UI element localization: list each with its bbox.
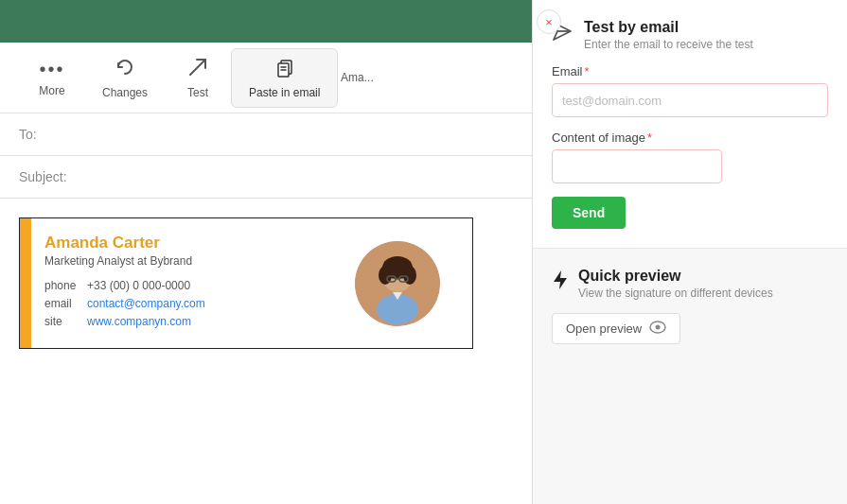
sig-phone: phone +33 (00) 0 000-0000	[44, 279, 326, 292]
lightning-icon	[552, 269, 569, 295]
test-section-subtitle: Enter the email to receive the test	[584, 38, 753, 51]
quick-preview-section: Quick preview View the signature on diff…	[533, 249, 847, 363]
test-email-section: Test by email Enter the email to receive…	[533, 0, 847, 249]
signature-area: Amanda Carter Marketing Analyst at Bybra…	[0, 199, 532, 504]
phone-value: +33 (00) 0 000-0000	[87, 279, 190, 292]
test-label: Test	[187, 86, 208, 99]
toolbar-item-paste[interactable]: Paste in email	[231, 48, 338, 108]
email-value: contact@company.com	[87, 297, 205, 310]
close-icon: ×	[545, 15, 553, 29]
email-label: email	[44, 297, 78, 310]
toolbar-item-test[interactable]: Test	[165, 49, 231, 107]
quick-preview-header: Quick preview View the signature on diff…	[552, 268, 828, 300]
subject-field[interactable]: Subject:	[0, 156, 532, 199]
toolbar-item-changes[interactable]: Changes	[85, 49, 165, 107]
email-compose: To: Subject: Amanda Carter Marketing Ana…	[0, 113, 532, 504]
subject-label: Subject:	[19, 169, 67, 184]
toolbar-item-more[interactable]: ••• More	[19, 51, 85, 105]
sig-email: email contact@company.com	[44, 297, 326, 310]
signature-card: Amanda Carter Marketing Analyst at Bybra…	[19, 217, 473, 349]
test-section-title: Test by email	[584, 19, 753, 36]
content-form-label: Content of image*	[552, 130, 828, 145]
email-form-label: Email*	[552, 64, 828, 78]
quick-preview-title-group: Quick preview View the signature on diff…	[578, 268, 773, 300]
open-preview-label: Open preview	[566, 322, 642, 336]
changes-label: Changes	[102, 86, 148, 99]
svg-point-19	[656, 325, 661, 330]
more-icon: •••	[39, 59, 64, 80]
toolbar: ••• More Changes Test	[0, 43, 532, 113]
left-panel: ••• More Changes Test	[0, 0, 533, 504]
ama-label: Ama...	[341, 71, 374, 84]
panel-close-button[interactable]: ×	[537, 9, 561, 34]
more-label: More	[39, 84, 64, 97]
changes-icon	[115, 57, 135, 82]
open-preview-button[interactable]: Open preview	[552, 313, 680, 344]
send-button[interactable]: Send	[552, 197, 626, 229]
right-panel: Test by email Enter the email to receive…	[533, 0, 847, 504]
sig-accent-bar	[20, 218, 31, 348]
svg-line-0	[190, 60, 205, 75]
quick-preview-title: Quick preview	[578, 268, 773, 285]
sig-info: Amanda Carter Marketing Analyst at Bybra…	[44, 234, 326, 333]
toolbar-item-ama[interactable]: Ama...	[338, 63, 376, 92]
to-label: To:	[19, 127, 37, 142]
top-bar	[0, 0, 532, 43]
sig-title: Marketing Analyst at Bybrand	[44, 254, 326, 268]
svg-marker-17	[554, 270, 567, 289]
sig-name: Amanda Carter	[44, 234, 326, 252]
paste-icon	[274, 57, 295, 82]
email-input[interactable]	[552, 83, 828, 117]
sig-site: site www.companyn.com	[44, 315, 326, 328]
email-form-group: Email*	[552, 64, 828, 117]
phone-label: phone	[44, 279, 78, 292]
site-value: www.companyn.com	[87, 315, 191, 328]
section-title-group: Test by email Enter the email to receive…	[584, 19, 753, 51]
sig-content: Amanda Carter Marketing Analyst at Bybra…	[31, 218, 472, 348]
eye-icon	[649, 321, 666, 337]
sig-photo	[355, 241, 440, 326]
paste-label: Paste in email	[249, 86, 320, 99]
content-form-group: Content of image*	[552, 130, 828, 183]
test-icon	[187, 57, 208, 82]
to-field[interactable]: To:	[0, 113, 532, 156]
section-header: Test by email Enter the email to receive…	[552, 19, 828, 51]
site-label: site	[44, 315, 78, 328]
content-input[interactable]	[552, 149, 722, 183]
quick-preview-subtitle: View the signature on different devices	[578, 287, 773, 300]
